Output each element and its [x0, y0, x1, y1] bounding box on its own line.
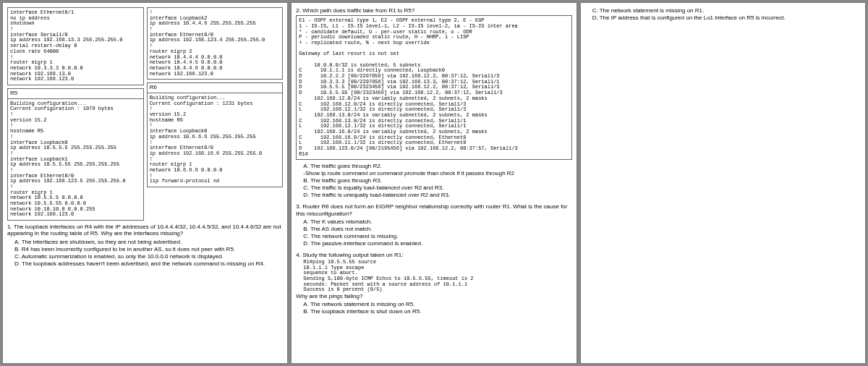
q4-opt-c: C. The network statement is missing on R…	[585, 7, 861, 14]
r5-header: R5	[8, 89, 143, 99]
page-2: 2. Which path does traffic take from R1 …	[292, 3, 576, 363]
config-box-r6: R6 Building configuration... Current con…	[147, 82, 284, 187]
question-2: 2. Which path does traffic take from R1 …	[296, 7, 571, 199]
r6-config: Building configuration... Current config…	[150, 95, 281, 184]
route-output: E1 - OSPF external type 1, E2 - OSPF ext…	[299, 18, 569, 157]
config-columns: interface Ethernet0/1 no ip address shut…	[7, 7, 283, 224]
right-col: ! interface Loopback2 ip address 10.4.4.…	[147, 7, 284, 224]
cfg-loopback2: ! interface Loopback2 ip address 10.4.4.…	[150, 10, 281, 77]
question-1: 1. The loopback interfaces on R4 with th…	[7, 224, 283, 267]
q3-opt-c: C. The network command is missing.	[296, 233, 571, 240]
q1-opt-d: D. The loopback addresses haven't been a…	[7, 260, 283, 268]
cfg-eth01: interface Ethernet0/1 no ip address shut…	[10, 10, 141, 82]
q2-hint: -Show ip route command on command promot…	[296, 170, 571, 177]
question-3: 3. Router R6 does not form an EIGRP neig…	[296, 203, 571, 247]
q2-title: 2. Which path does traffic take from R1 …	[296, 7, 571, 14]
q4-opt-b: B. The loopback interface is shut down o…	[296, 308, 571, 315]
q3-title: 3. Router R6 does not form an EIGRP neig…	[296, 203, 571, 216]
q2-opt-d: D. The traffic is unequally load-balance…	[296, 192, 571, 199]
q4-why: Why are the pings failing?	[296, 293, 571, 299]
q2-opt-a: A. The traffic goes through R2.	[296, 163, 571, 170]
left-col: interface Ethernet0/1 no ip address shut…	[7, 7, 144, 224]
q2-opt-b: B. The traffic goes through R3.	[296, 177, 571, 184]
config-box-left-top: interface Ethernet0/1 no ip address shut…	[7, 7, 144, 85]
r6-header: R6	[148, 83, 283, 93]
q1-opt-a: A. The interfaces are shutdown, so they …	[7, 239, 283, 246]
page-1: interface Ethernet0/1 no ip address shut…	[3, 3, 287, 363]
q4-opt-a: A. The network statement is missing on R…	[296, 301, 571, 308]
q4-output: R1#ping 10.5.5.55 source 10.1.1.1 Type e…	[296, 260, 571, 293]
config-box-right-top: ! interface Loopback2 ip address 10.4.4.…	[147, 7, 284, 80]
q4-opt-d: D. The IP address that is configured on …	[585, 14, 861, 22]
q4-title: 4. Study the following output taken on R…	[296, 252, 571, 258]
q3-opt-a: A. The K values mismatch.	[296, 218, 571, 226]
config-box-r5: R5 Building configuration... Current con…	[7, 88, 144, 221]
q1-opt-c: C. Automatic summarization is enabled, s…	[7, 253, 283, 260]
q3-opt-d: D. The passive-interface command is enab…	[296, 240, 571, 247]
page-3: C. The network statement is missing on R…	[581, 3, 865, 363]
question-4: 4. Study the following output taken on R…	[296, 252, 571, 316]
q3-opt-b: B. The AS does not match.	[296, 226, 571, 233]
r5-config: Building configuration... Current config…	[10, 101, 141, 218]
q1-text: 1. The loopback interfaces on R4 with th…	[7, 224, 283, 237]
q2-opt-c: C. The traffic is equally load-balanced …	[296, 184, 571, 192]
route-output-box: E1 - OSPF external type 1, E2 - OSPF ext…	[296, 15, 571, 160]
q1-opt-b: B. R4 has been incorrectly configured to…	[7, 246, 283, 253]
